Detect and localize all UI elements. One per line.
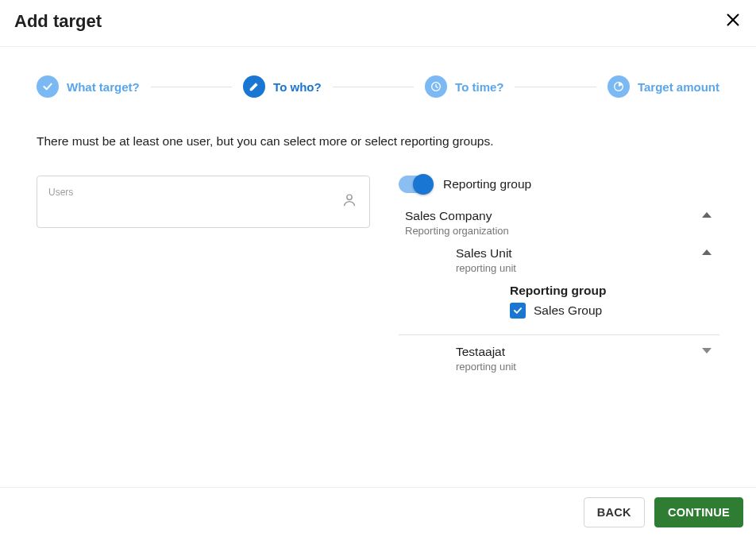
step-what-target[interactable]: What target? [37,75,140,98]
check-circle-icon [37,75,59,98]
stepper-separator [515,87,596,87]
tree-group-section: Reporting group Sales Group [399,279,719,323]
users-label: Users [48,187,73,198]
reporting-group-toggle[interactable] [399,176,432,193]
step-label: To who? [273,80,322,94]
stepper-separator [333,87,414,87]
chevron-up-icon[interactable] [702,212,712,218]
right-column: Reporting group Sales Company Reporting … [399,176,719,377]
step-label: Target amount [638,80,719,94]
tree-unit-row[interactable]: Sales Unit reporting unit [399,241,719,279]
tree-unit-title: Sales Unit [456,246,719,261]
chevron-down-icon[interactable] [702,348,712,353]
reporting-tree: Sales Company Reporting organization Sal… [399,204,719,377]
step-label: What target? [67,80,140,94]
add-target-dialog: Add target What target? To who? [0,0,756,537]
step-to-who[interactable]: To who? [243,75,322,98]
tree-org-row[interactable]: Sales Company Reporting organization [399,204,719,241]
close-icon[interactable] [724,11,742,32]
back-button[interactable]: BACK [584,497,645,527]
tree-unit-title: Testaajat [456,345,719,359]
dialog-title: Add target [14,11,102,32]
reporting-group-item[interactable]: Sales Group [510,303,719,319]
dialog-header: Add target [0,0,756,47]
pencil-circle-icon [243,75,265,98]
chevron-up-icon[interactable] [702,249,712,255]
checkbox-checked-icon[interactable] [510,303,526,319]
reporting-group-header: Reporting group [510,284,719,298]
reporting-group-toggle-row: Reporting group [399,176,719,193]
tree-unit-subtitle: reporting unit [456,361,719,373]
stepper-separator [151,87,232,87]
clock-circle-icon [425,75,447,98]
tree-org-title: Sales Company [405,209,719,223]
step-target-amount[interactable]: Target amount [608,75,719,98]
step-to-time[interactable]: To time? [425,75,503,98]
toggle-label: Reporting group [443,177,531,191]
person-icon [341,191,358,212]
left-column: Users [37,176,370,228]
reporting-group-item-label: Sales Group [534,303,602,318]
users-input[interactable]: Users [37,176,370,228]
tree-unit-row[interactable]: Testaajat reporting unit [399,340,719,377]
continue-button[interactable]: CONTINUE [654,497,743,527]
dialog-footer: BACK CONTINUE [0,487,756,537]
stepper: What target? To who? To time? [37,75,719,98]
step-label: To time? [455,80,503,94]
svg-point-2 [347,195,352,199]
tree-unit-subtitle: reporting unit [456,262,719,274]
tree-org-subtitle: Reporting organization [405,225,719,237]
dialog-body: What target? To who? To time? [0,47,756,377]
piechart-circle-icon [608,75,630,98]
instruction-text: There must be at least one user, but you… [37,134,719,149]
tree-divider [399,334,719,335]
form-columns: Users Reporting group Sales Comp [37,176,719,377]
